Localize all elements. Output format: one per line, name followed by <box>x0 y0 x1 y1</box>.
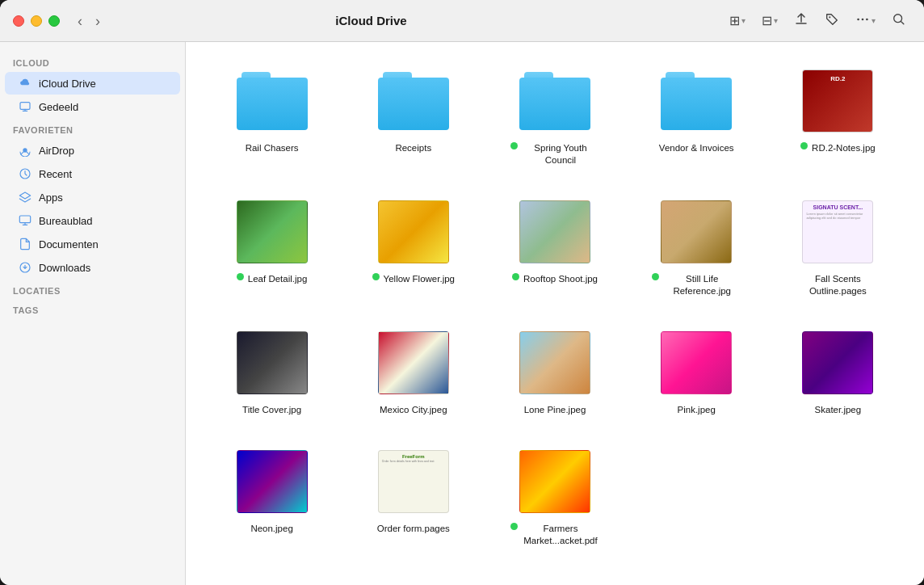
list-item[interactable]: Mexico City.jpeg <box>346 320 480 423</box>
list-item[interactable]: Pink.jpeg <box>630 320 763 423</box>
folder-thumbnail <box>519 65 591 137</box>
pages-thumbnail: FreeForm Order form details here with li… <box>377 445 450 518</box>
list-item[interactable]: Vendor & Invoices <box>630 58 763 173</box>
file-name: Mexico City.jpeg <box>380 404 447 416</box>
pages-thumbnail: SIGNATU SCENT... Lorem ipsum dolor sit a… <box>801 196 874 268</box>
sidebar-label-apps: Apps <box>39 191 63 204</box>
image-thumbnail <box>377 326 450 399</box>
list-item[interactable]: Neon.jpeg <box>205 439 338 553</box>
icon-view-button[interactable]: ⊞ ▾ <box>724 10 750 32</box>
list-icon: ⊟ <box>762 13 772 28</box>
file-area: Rail Chasers Receipts <box>186 42 924 585</box>
file-name: Yellow Flower.jpg <box>372 273 455 285</box>
list-item[interactable]: Rooftop Shoot.jpg <box>488 189 621 304</box>
sidebar-item-downloads[interactable]: Downloads <box>5 256 180 279</box>
sync-dot <box>800 142 808 149</box>
image-thumbnail <box>236 196 309 268</box>
tag-icon <box>825 12 839 30</box>
favorites-section-label: Favorieten <box>0 119 185 138</box>
svg-point-4 <box>894 14 902 22</box>
list-item[interactable]: FreeForm Order form details here with li… <box>346 439 480 553</box>
sidebar-item-bureaublad[interactable]: Bureaublad <box>5 209 180 232</box>
sync-dot <box>652 273 659 280</box>
view-chevron: ▾ <box>741 16 746 25</box>
file-name: Spring Youth Council <box>510 142 599 166</box>
main-content: iCloud iCloud Drive Gedeeld <box>0 42 924 585</box>
sidebar-item-apps[interactable]: Apps <box>5 186 180 208</box>
image-thumbnail <box>801 326 874 399</box>
sidebar-item-airdrop[interactable]: AirDrop <box>5 139 180 162</box>
sidebar: iCloud iCloud Drive Gedeeld <box>0 42 186 585</box>
image-thumbnail <box>660 326 733 399</box>
image-thumbnail <box>377 196 450 268</box>
file-name: Title Cover.jpg <box>242 404 301 416</box>
sync-dot <box>372 273 380 280</box>
image-thumbnail <box>519 196 591 268</box>
svg-rect-5 <box>20 103 30 110</box>
more-chevron: ▾ <box>872 16 876 25</box>
sidebar-label-airdrop: AirDrop <box>39 145 74 157</box>
list-item[interactable]: Lone Pine.jpeg <box>488 320 621 423</box>
sync-dot <box>510 142 518 149</box>
sidebar-label-recent: Recent <box>39 168 72 180</box>
sidebar-label-bureaublad: Bureaublad <box>39 215 93 227</box>
finder-window: ‹ › iCloud Drive ⊞ ▾ ⊟ ▾ <box>0 0 924 585</box>
file-name: Pink.jpeg <box>678 404 716 416</box>
desktop-icon <box>18 213 32 228</box>
file-grid: Rail Chasers Receipts <box>205 58 905 553</box>
apps-icon <box>18 190 32 204</box>
list-item[interactable]: Title Cover.jpg <box>205 320 338 423</box>
file-name: Neon.jpeg <box>250 523 292 535</box>
document-icon <box>18 237 32 251</box>
sidebar-item-recent[interactable]: Recent <box>5 162 180 185</box>
sidebar-item-icloud-drive[interactable]: iCloud Drive <box>5 72 180 95</box>
search-icon <box>892 12 906 30</box>
svg-point-1 <box>857 18 859 20</box>
file-name: Fall Scents Outline.pages <box>793 273 882 297</box>
list-item[interactable]: RD.2 RD.2-Notes.jpg <box>771 58 905 173</box>
list-item[interactable]: Yellow Flower.jpg <box>346 189 480 304</box>
download-icon <box>18 260 32 275</box>
svg-point-2 <box>862 18 864 20</box>
sync-dot <box>510 523 518 530</box>
list-item[interactable]: Spring Youth Council <box>488 58 621 173</box>
ellipsis-icon <box>855 12 870 30</box>
image-thumbnail <box>519 445 591 518</box>
file-name: Order form.pages <box>377 523 450 535</box>
more-button[interactable]: ▾ <box>850 9 880 33</box>
image-thumbnail <box>236 445 309 518</box>
sidebar-label-gedeeld: Gedeeld <box>39 101 78 113</box>
list-item[interactable]: Rail Chasers <box>205 58 338 173</box>
upload-icon <box>794 12 808 30</box>
sidebar-item-gedeeld[interactable]: Gedeeld <box>5 95 180 118</box>
list-item[interactable]: Skater.jpeg <box>771 320 905 423</box>
list-chevron: ▾ <box>774 16 778 25</box>
tags-section-label: Tags <box>0 299 185 318</box>
list-item[interactable]: Still Life Reference.jpg <box>630 189 763 304</box>
image-thumbnail: RD.2 <box>801 65 874 137</box>
titlebar: ‹ › iCloud Drive ⊞ ▾ ⊟ ▾ <box>0 0 924 42</box>
list-view-button[interactable]: ⊟ ▾ <box>757 10 783 32</box>
list-item[interactable]: Receipts <box>346 58 480 173</box>
file-name: Lone Pine.jpeg <box>524 404 586 416</box>
image-thumbnail <box>660 196 733 268</box>
list-item[interactable]: SIGNATU SCENT... Lorem ipsum dolor sit a… <box>771 189 905 304</box>
file-name: Still Life Reference.jpg <box>652 273 741 297</box>
search-button[interactable] <box>887 9 911 33</box>
sidebar-label-documenten: Documenten <box>39 238 99 250</box>
tag-button[interactable] <box>820 9 844 33</box>
list-item[interactable]: Leaf Detail.jpg <box>205 189 338 304</box>
file-name: Farmers Market...acket.pdf <box>510 523 599 547</box>
folder-thumbnail <box>236 65 309 137</box>
share-icon <box>18 99 32 114</box>
grid-icon: ⊞ <box>729 13 740 28</box>
sidebar-label-downloads: Downloads <box>39 262 90 274</box>
share-button[interactable] <box>789 9 813 33</box>
list-item[interactable]: Farmers Market...acket.pdf <box>488 439 621 553</box>
sidebar-item-documenten[interactable]: Documenten <box>5 233 180 255</box>
svg-point-3 <box>866 18 868 20</box>
clock-icon <box>18 166 32 181</box>
file-name: RD.2-Notes.jpg <box>800 142 876 154</box>
file-name: Receipts <box>395 142 431 154</box>
file-name: Rail Chasers <box>246 142 299 154</box>
